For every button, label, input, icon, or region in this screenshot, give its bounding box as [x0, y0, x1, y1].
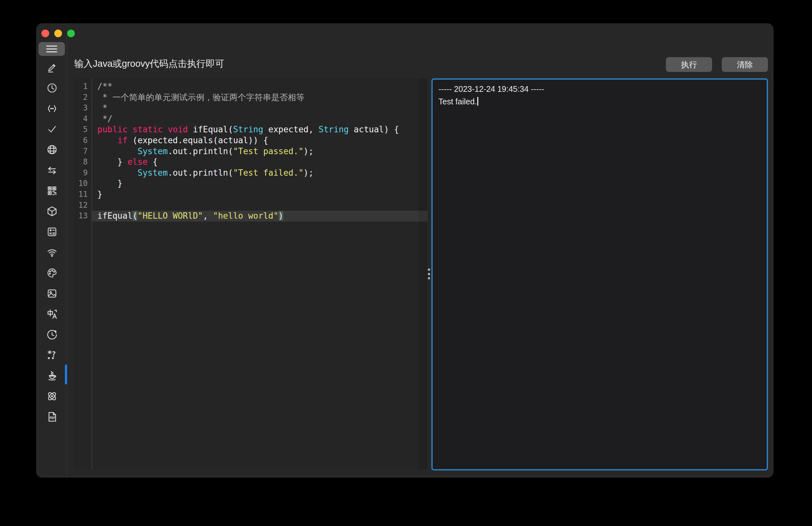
globe-icon: [46, 144, 58, 156]
line-number: 9: [74, 167, 91, 178]
sidebar-item-atom[interactable]: [37, 386, 67, 407]
drag-dot: [428, 268, 430, 271]
sidebar-item-image[interactable]: [37, 283, 67, 304]
qr-code-icon: [46, 185, 58, 196]
sidebar-item-3d[interactable]: [37, 201, 67, 222]
sidebar-item-translate[interactable]: [37, 304, 67, 324]
drag-dot: [428, 273, 430, 275]
svg-text:PDF: PDF: [49, 416, 55, 420]
sidebar-item-history[interactable]: [37, 324, 67, 345]
cube-3d-icon: [46, 205, 58, 217]
clear-button[interactable]: 清除: [722, 57, 768, 72]
calculator-icon: [46, 226, 58, 238]
code-line[interactable]: *: [92, 103, 427, 114]
sidebar: * ?: [37, 24, 67, 477]
svg-text:?: ?: [52, 350, 56, 359]
line-number: 12: [74, 200, 91, 211]
code-line[interactable]: * 一个简单的单元测试示例，验证两个字符串是否相等: [92, 92, 427, 103]
edit-pencil-icon: [46, 62, 58, 73]
sidebar-item-convert[interactable]: [37, 160, 67, 180]
swap-arrows-icon: [46, 164, 58, 176]
line-number: 5: [74, 124, 91, 135]
line-number: 11: [74, 189, 91, 200]
sidebar-item-pdf[interactable]: PDF: [37, 407, 67, 427]
sidebar-item-java[interactable]: [37, 365, 67, 386]
page-title: 输入Java或groovy代码点击执行即可: [74, 58, 224, 70]
sidebar-item-network[interactable]: [37, 140, 67, 160]
code-line[interactable]: } else {: [92, 157, 427, 167]
line-number: 4: [74, 114, 91, 125]
text-caret: [477, 97, 478, 106]
sidebar-item-calculator[interactable]: [37, 222, 67, 242]
code-line[interactable]: System.out.println("Test passed.");: [92, 146, 427, 157]
translate-icon: [46, 308, 58, 320]
code-line[interactable]: /**: [92, 81, 427, 92]
sidebar-item-regex[interactable]: * ?: [37, 345, 67, 365]
sidebar-item-palette[interactable]: [37, 263, 67, 283]
sidebar-item-wifi[interactable]: [37, 242, 67, 263]
sidebar-item-check[interactable]: [37, 119, 67, 140]
line-number: 10: [74, 178, 91, 189]
palette-icon: [46, 267, 58, 279]
code-line[interactable]: */: [92, 114, 427, 125]
image-icon: [46, 288, 58, 299]
sidebar-item-edit[interactable]: [37, 57, 67, 78]
run-button[interactable]: 执行: [666, 57, 712, 72]
sidebar-item-qrcode[interactable]: [37, 180, 67, 201]
code-line[interactable]: public static void ifEqual(String expect…: [92, 124, 427, 135]
code-line[interactable]: if (expected.equals(actual)) {: [92, 135, 427, 146]
code-line[interactable]: [92, 200, 427, 211]
menu-button[interactable]: [39, 42, 65, 56]
code-area[interactable]: /** * 一个简单的单元测试示例，验证两个字符串是否相等 * */public…: [92, 78, 427, 469]
sidebar-tools: * ?: [37, 57, 67, 427]
output-timestamp-line: ----- 2023-12-24 19:45:34 -----: [438, 83, 761, 96]
drag-dot: [428, 277, 430, 279]
maximize-window-button[interactable]: [67, 30, 75, 37]
line-number: 7: [74, 146, 91, 157]
output-panel[interactable]: ----- 2023-12-24 19:45:34 ----- Test fai…: [431, 78, 768, 470]
regex-icon: * ?: [46, 349, 58, 362]
code-line[interactable]: }: [92, 189, 427, 200]
java-icon: [46, 370, 58, 382]
braces-json-icon: [46, 103, 58, 114]
line-number: 3: [74, 103, 91, 114]
code-line[interactable]: }: [92, 178, 427, 189]
line-number: 1: [74, 81, 91, 92]
line-number-gutter: 12345678910111213: [74, 78, 92, 469]
history-icon: [46, 328, 58, 341]
panel-resize-handle[interactable]: [426, 268, 431, 279]
pdf-icon: PDF: [46, 411, 58, 423]
code-editor[interactable]: 12345678910111213 /** * 一个简单的单元测试示例，验证两个…: [74, 78, 427, 469]
code-line[interactable]: ifEqual("HELLO WORlD", "hello world"): [92, 211, 427, 222]
output-result-line: Test failed.: [438, 96, 761, 108]
code-line[interactable]: System.out.println("Test failed.");: [92, 167, 427, 178]
atom-icon: [46, 390, 58, 403]
line-number: 6: [74, 135, 91, 146]
checkmark-icon: [46, 123, 58, 135]
wifi-icon: [46, 246, 58, 259]
active-tool-indicator: [65, 364, 67, 384]
line-number: 8: [74, 157, 91, 167]
clock-icon: [46, 82, 58, 94]
app-window: * ?: [36, 24, 773, 478]
line-number: 2: [74, 92, 91, 103]
sidebar-item-clock[interactable]: [37, 78, 67, 98]
line-number: 13: [74, 211, 91, 222]
sidebar-item-json[interactable]: [37, 98, 67, 119]
